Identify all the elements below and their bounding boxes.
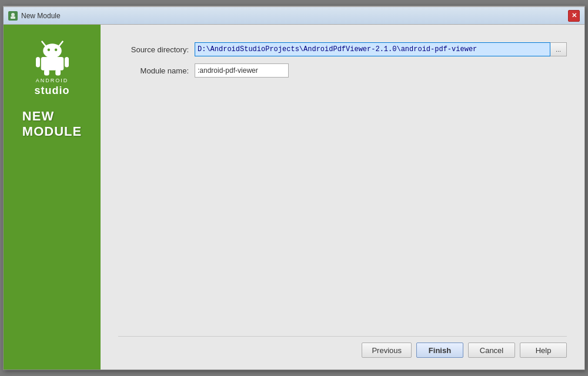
- svg-point-4: [43, 43, 62, 58]
- svg-rect-9: [65, 57, 69, 68]
- window-body: ANDROID studio NEW MODULE Source directo…: [4, 25, 584, 370]
- sidebar: ANDROID studio NEW MODULE: [4, 25, 101, 370]
- previous-button[interactable]: Previous: [362, 343, 412, 358]
- android-label: ANDROID: [36, 78, 69, 83]
- svg-rect-10: [44, 69, 49, 76]
- sidebar-heading: NEW MODULE: [11, 109, 93, 140]
- source-directory-input[interactable]: [195, 42, 550, 56]
- title-bar-left: New Module: [8, 11, 61, 21]
- android-logo-icon: [32, 36, 73, 78]
- main-content: Source directory: ... Module name: Previ…: [101, 25, 584, 370]
- source-directory-label: Source directory:: [118, 45, 195, 54]
- svg-point-6: [54, 49, 56, 51]
- browse-button[interactable]: ...: [550, 42, 567, 56]
- close-button[interactable]: ✕: [568, 10, 580, 22]
- new-module-window: New Module ✕: [3, 6, 585, 370]
- svg-point-5: [47, 49, 49, 51]
- footer: Previous Finish Cancel Help: [118, 336, 567, 358]
- svg-rect-7: [41, 57, 64, 70]
- form-area: Source directory: ... Module name:: [118, 42, 567, 330]
- module-name-row: Module name:: [118, 63, 567, 78]
- studio-label: studio: [35, 85, 70, 97]
- finish-button[interactable]: Finish: [416, 343, 463, 358]
- sidebar-heading-line1: NEW: [22, 109, 54, 123]
- svg-rect-11: [55, 69, 61, 76]
- source-directory-row: Source directory: ...: [118, 42, 567, 56]
- window-icon: [8, 11, 18, 21]
- svg-rect-8: [36, 57, 40, 68]
- cancel-button[interactable]: Cancel: [468, 343, 515, 358]
- svg-point-0: [11, 13, 15, 16]
- logo-area: ANDROID studio: [32, 36, 73, 97]
- window-title: New Module: [21, 12, 61, 20]
- svg-rect-1: [11, 16, 15, 19]
- help-button[interactable]: Help: [520, 343, 567, 358]
- module-name-label: Module name:: [118, 66, 195, 75]
- title-bar: New Module ✕: [4, 7, 584, 25]
- module-name-input[interactable]: [195, 63, 289, 78]
- source-directory-input-group: ...: [195, 42, 567, 56]
- sidebar-heading-line2: MODULE: [22, 124, 82, 139]
